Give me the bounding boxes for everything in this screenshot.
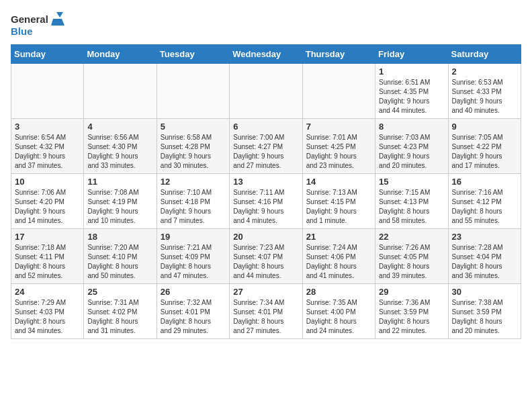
calendar-cell: 12Sunrise: 7:10 AM Sunset: 4:18 PM Dayli…: [157, 174, 229, 229]
day-info: Sunrise: 7:34 AM Sunset: 4:01 PM Dayligh…: [233, 298, 298, 336]
calendar-cell: 30Sunrise: 7:38 AM Sunset: 3:59 PM Dayli…: [448, 284, 521, 339]
day-number: 2: [452, 66, 517, 77]
day-info: Sunrise: 7:08 AM Sunset: 4:19 PM Dayligh…: [87, 188, 152, 226]
week-row-2: 10Sunrise: 7:06 AM Sunset: 4:20 PM Dayli…: [11, 174, 521, 229]
day-info: Sunrise: 7:00 AM Sunset: 4:27 PM Dayligh…: [233, 133, 298, 171]
day-info: Sunrise: 7:20 AM Sunset: 4:10 PM Dayligh…: [87, 243, 152, 281]
calendar-cell: 24Sunrise: 7:29 AM Sunset: 4:03 PM Dayli…: [11, 284, 84, 339]
day-number: 25: [87, 287, 152, 297]
calendar-cell: 19Sunrise: 7:21 AM Sunset: 4:09 PM Dayli…: [157, 229, 229, 284]
svg-text:General: General: [11, 13, 48, 25]
calendar-cell: 26Sunrise: 7:32 AM Sunset: 4:01 PM Dayli…: [157, 284, 229, 339]
day-number: 6: [233, 122, 298, 132]
day-info: Sunrise: 7:06 AM Sunset: 4:20 PM Dayligh…: [15, 188, 80, 226]
calendar-cell: 8Sunrise: 7:03 AM Sunset: 4:23 PM Daylig…: [375, 119, 448, 174]
calendar-cell: 5Sunrise: 6:58 AM Sunset: 4:28 PM Daylig…: [157, 119, 229, 174]
calendar-cell: [230, 64, 302, 119]
calendar-cell: [84, 64, 157, 119]
calendar-cell: 27Sunrise: 7:34 AM Sunset: 4:01 PM Dayli…: [230, 284, 302, 339]
day-info: Sunrise: 7:38 AM Sunset: 3:59 PM Dayligh…: [452, 298, 517, 336]
day-info: Sunrise: 6:53 AM Sunset: 4:33 PM Dayligh…: [452, 78, 517, 116]
day-number: 28: [306, 287, 371, 297]
day-info: Sunrise: 7:16 AM Sunset: 4:12 PM Dayligh…: [452, 188, 517, 226]
day-number: 22: [379, 232, 444, 242]
day-number: 5: [161, 122, 226, 132]
weekday-header-friday: Friday: [375, 45, 448, 64]
day-info: Sunrise: 7:03 AM Sunset: 4:23 PM Dayligh…: [379, 133, 444, 171]
calendar-cell: 16Sunrise: 7:16 AM Sunset: 4:12 PM Dayli…: [448, 174, 521, 229]
calendar-cell: 10Sunrise: 7:06 AM Sunset: 4:20 PM Dayli…: [11, 174, 84, 229]
week-row-0: 1Sunrise: 6:51 AM Sunset: 4:35 PM Daylig…: [11, 64, 521, 119]
calendar-cell: 18Sunrise: 7:20 AM Sunset: 4:10 PM Dayli…: [84, 229, 157, 284]
day-number: 10: [15, 177, 80, 187]
calendar-cell: 1Sunrise: 6:51 AM Sunset: 4:35 PM Daylig…: [375, 64, 448, 119]
week-row-3: 17Sunrise: 7:18 AM Sunset: 4:11 PM Dayli…: [11, 229, 521, 284]
calendar-cell: 15Sunrise: 7:15 AM Sunset: 4:13 PM Dayli…: [375, 174, 448, 229]
calendar-cell: 2Sunrise: 6:53 AM Sunset: 4:33 PM Daylig…: [448, 64, 521, 119]
weekday-header-monday: Monday: [84, 45, 157, 64]
week-row-1: 3Sunrise: 6:54 AM Sunset: 4:32 PM Daylig…: [11, 119, 521, 174]
day-info: Sunrise: 7:24 AM Sunset: 4:06 PM Dayligh…: [306, 243, 371, 281]
calendar-cell: 21Sunrise: 7:24 AM Sunset: 4:06 PM Dayli…: [302, 229, 375, 284]
weekday-header-tuesday: Tuesday: [157, 45, 229, 64]
svg-text:Blue: Blue: [11, 26, 33, 37]
day-info: Sunrise: 6:58 AM Sunset: 4:28 PM Dayligh…: [161, 133, 226, 171]
calendar-cell: 29Sunrise: 7:36 AM Sunset: 3:59 PM Dayli…: [375, 284, 448, 339]
day-info: Sunrise: 7:05 AM Sunset: 4:22 PM Dayligh…: [452, 133, 517, 171]
day-number: 29: [379, 287, 444, 297]
calendar-cell: 22Sunrise: 7:26 AM Sunset: 4:05 PM Dayli…: [375, 229, 448, 284]
day-number: 30: [452, 287, 517, 297]
calendar-cell: [157, 64, 229, 119]
day-info: Sunrise: 7:21 AM Sunset: 4:09 PM Dayligh…: [161, 243, 226, 281]
calendar-cell: 25Sunrise: 7:31 AM Sunset: 4:02 PM Dayli…: [84, 284, 157, 339]
day-number: 26: [161, 287, 226, 297]
day-info: Sunrise: 7:31 AM Sunset: 4:02 PM Dayligh…: [87, 298, 152, 336]
day-number: 21: [306, 232, 371, 242]
weekday-header-saturday: Saturday: [448, 45, 521, 64]
calendar-cell: 17Sunrise: 7:18 AM Sunset: 4:11 PM Dayli…: [11, 229, 84, 284]
calendar-cell: 23Sunrise: 7:28 AM Sunset: 4:04 PM Dayli…: [448, 229, 521, 284]
day-info: Sunrise: 7:29 AM Sunset: 4:03 PM Dayligh…: [15, 298, 80, 336]
day-info: Sunrise: 7:10 AM Sunset: 4:18 PM Dayligh…: [161, 188, 226, 226]
calendar-cell: 3Sunrise: 6:54 AM Sunset: 4:32 PM Daylig…: [11, 119, 84, 174]
day-info: Sunrise: 7:13 AM Sunset: 4:15 PM Dayligh…: [306, 188, 371, 226]
day-info: Sunrise: 7:11 AM Sunset: 4:16 PM Dayligh…: [233, 188, 298, 226]
week-row-4: 24Sunrise: 7:29 AM Sunset: 4:03 PM Dayli…: [11, 284, 521, 339]
svg-marker-3: [51, 19, 64, 26]
calendar-cell: 28Sunrise: 7:35 AM Sunset: 4:00 PM Dayli…: [302, 284, 375, 339]
calendar-cell: 13Sunrise: 7:11 AM Sunset: 4:16 PM Dayli…: [230, 174, 302, 229]
day-number: 18: [87, 232, 152, 242]
day-info: Sunrise: 7:15 AM Sunset: 4:13 PM Dayligh…: [379, 188, 444, 226]
day-info: Sunrise: 7:23 AM Sunset: 4:07 PM Dayligh…: [233, 243, 298, 281]
day-info: Sunrise: 7:28 AM Sunset: 4:04 PM Dayligh…: [452, 243, 517, 281]
day-number: 16: [452, 177, 517, 187]
day-number: 19: [161, 232, 226, 242]
day-info: Sunrise: 6:51 AM Sunset: 4:35 PM Dayligh…: [379, 78, 444, 116]
day-info: Sunrise: 7:01 AM Sunset: 4:25 PM Dayligh…: [306, 133, 371, 171]
calendar-cell: 20Sunrise: 7:23 AM Sunset: 4:07 PM Dayli…: [230, 229, 302, 284]
calendar-cell: [11, 64, 84, 119]
day-info: Sunrise: 7:36 AM Sunset: 3:59 PM Dayligh…: [379, 298, 444, 336]
calendar-body: 1Sunrise: 6:51 AM Sunset: 4:35 PM Daylig…: [11, 64, 521, 339]
day-info: Sunrise: 6:56 AM Sunset: 4:30 PM Dayligh…: [87, 133, 152, 171]
day-number: 24: [15, 287, 80, 297]
day-info: Sunrise: 7:18 AM Sunset: 4:11 PM Dayligh…: [15, 243, 80, 281]
day-info: Sunrise: 7:26 AM Sunset: 4:05 PM Dayligh…: [379, 243, 444, 281]
calendar-cell: 9Sunrise: 7:05 AM Sunset: 4:22 PM Daylig…: [448, 119, 521, 174]
weekday-header-row: SundayMondayTuesdayWednesdayThursdayFrid…: [11, 45, 521, 64]
day-number: 23: [452, 232, 517, 242]
day-info: Sunrise: 6:54 AM Sunset: 4:32 PM Dayligh…: [15, 133, 80, 171]
calendar-cell: [302, 64, 375, 119]
day-number: 9: [452, 122, 517, 132]
svg-marker-2: [56, 12, 63, 17]
day-number: 27: [233, 287, 298, 297]
weekday-header-thursday: Thursday: [302, 45, 375, 64]
day-number: 8: [379, 122, 444, 132]
logo: General Blue: [11, 11, 64, 39]
day-number: 14: [306, 177, 371, 187]
calendar-cell: 11Sunrise: 7:08 AM Sunset: 4:19 PM Dayli…: [84, 174, 157, 229]
day-info: Sunrise: 7:32 AM Sunset: 4:01 PM Dayligh…: [161, 298, 226, 336]
weekday-header-wednesday: Wednesday: [230, 45, 302, 64]
calendar-cell: 4Sunrise: 6:56 AM Sunset: 4:30 PM Daylig…: [84, 119, 157, 174]
day-number: 4: [87, 122, 152, 132]
